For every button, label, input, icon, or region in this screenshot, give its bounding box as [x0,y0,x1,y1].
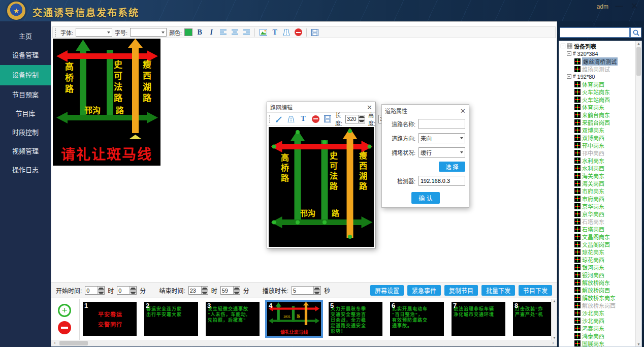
end-hour-stepper[interactable] [188,286,208,295]
tree-device-row[interactable]: 螺丝湾桥测试 [559,57,635,65]
add-program-icon[interactable]: + [58,304,71,317]
program-thumbnail[interactable]: 8 打击改装“炸严查严处“机 [513,302,552,336]
scroll-right-icon[interactable]: › [550,340,557,346]
program-thumbnail[interactable]: 2 春运安全连万家出行平安靠大家 [144,302,198,336]
tree-device-row[interactable]: 市府岗东 [559,187,635,195]
sidebar-item[interactable]: 时段控制 [0,123,51,142]
tree-group-row[interactable]: − # 320*384 [559,50,635,57]
tree-root-row[interactable]: − 设备列表 [559,42,635,50]
tree-device-row[interactable]: 鸿泰岗东 [559,324,635,332]
minimize-icon[interactable]: — [613,0,626,13]
step-up-icon[interactable] [130,287,136,290]
detector-input[interactable] [421,178,463,184]
tree-device-row[interactable]: 来鹤台岗东 [559,111,635,118]
step-down-icon[interactable] [98,290,104,294]
dialog-titlebar[interactable]: 路网编辑 ✕ [267,102,375,112]
step-down-icon[interactable] [359,119,365,123]
tree-device-row[interactable]: 双博岗西 [559,134,635,141]
scroll-left-icon[interactable]: ‹ [51,340,58,346]
sidebar-item[interactable]: 主页 [0,27,51,46]
tree-device-row[interactable]: 双博岗东 [559,126,635,134]
tree-device-row[interactable]: 来鹤台岗西 [559,118,635,126]
road-tool-button[interactable] [286,114,296,123]
tree-device-row[interactable]: 沙北岗西 [559,317,635,324]
horizontal-scrollbar[interactable]: ‹ › [51,340,557,346]
step-up-icon[interactable] [202,287,208,290]
detector-field[interactable] [418,176,465,186]
action-button[interactable]: 复制节目 [444,285,478,296]
tree-device-row[interactable]: 京华岗东 [559,202,635,210]
road-direction-select[interactable]: 来向 [418,133,465,143]
select-detector-button[interactable]: 选 择 [439,162,465,172]
tree-device-row[interactable]: 海关岗西 [559,179,635,187]
program-thumbnail[interactable]: 3 发生轻微交通事故“人未伤，车能动,先拍照，后撤离” [206,302,260,336]
strip-scrollbar[interactable]: ▲▼ [551,299,557,340]
line-tool-button[interactable] [274,114,283,123]
save-button[interactable] [323,114,332,123]
step-up-icon[interactable] [314,287,320,290]
tree-device-row[interactable]: 解放桥东岗西 [559,301,635,309]
italic-button[interactable]: I [207,28,216,37]
align-right-button[interactable] [242,28,251,37]
road-name-input[interactable] [421,121,463,127]
bold-button[interactable]: B [195,28,204,37]
tree-device-row[interactable]: 鸿泰岗西 [559,332,635,339]
start-minute-input[interactable] [117,287,130,294]
length-input[interactable] [346,115,358,123]
device-search-button[interactable] [630,27,641,38]
font-select[interactable] [76,28,112,37]
program-thumbnail[interactable]: 7 依法治理非标车辆净化城市交通环境 [452,302,505,336]
duration-input[interactable] [292,287,313,294]
tree-device-row[interactable]: 体育岗西 [559,80,635,88]
tree-device-row[interactable]: 火车站岗东 [559,88,635,96]
close-icon[interactable]: ✕ [628,0,641,13]
tree-device-row[interactable]: 国展岗东 [559,339,635,347]
program-thumbnail[interactable]: 5 大力开展秋冬季交通安全整治百日会战，全力稳定道路交通安全形势！ [329,302,382,336]
start-hour-stepper[interactable] [85,286,105,295]
scrollbar-thumb[interactable] [59,341,88,345]
tree-device-row[interactable]: 琼花岗东 [559,248,635,256]
tree-device-row[interactable]: 沙北岗东 [559,309,635,317]
tree-device-row[interactable]: 邗中岗东 [559,141,635,149]
end-hour-input[interactable] [189,287,201,294]
remove-program-icon[interactable] [58,321,71,334]
editor-canvas[interactable]: 高桥路 史可法路 瘦西湖路 邗沟 路 [269,127,374,247]
sidebar-item[interactable]: 操作日志 [0,161,51,179]
collapse-icon[interactable]: − [561,44,565,48]
tree-scrollbar[interactable]: ▲▼ [635,41,641,346]
road-label-right[interactable]: 瘦西湖路 [358,151,366,192]
text-tool-button[interactable]: T [270,28,279,37]
tree-device-row[interactable]: 解放桥岗东 [559,278,635,286]
tree-device-row[interactable]: 文昌阁岗西 [559,240,635,248]
road-name-field[interactable] [418,119,465,129]
tree-device-row[interactable]: 京华岗西 [559,210,635,217]
length-stepper[interactable] [345,115,365,123]
step-up-icon[interactable] [359,115,365,119]
duration-stepper[interactable] [292,286,321,295]
sidebar-item[interactable]: 节目库 [0,105,51,123]
sidebar-item[interactable]: 设备管理 [0,46,51,65]
road-label-bottom-1[interactable]: 邗沟 [300,207,315,218]
end-minute-input[interactable] [221,287,233,294]
step-down-icon[interactable] [130,290,136,294]
sign-preview-panel[interactable]: 高桥路 史可法路 瘦西湖路 邗沟 路 请礼让斑马线 [53,39,160,166]
tree-device-row[interactable]: 火车站岗西 [559,96,635,103]
action-button[interactable]: 屏幕设置 [370,285,404,296]
align-left-button[interactable] [218,28,228,37]
insert-image-button[interactable] [259,28,268,37]
roadnet-tool-button[interactable] [282,28,291,37]
action-button[interactable]: 批量下发 [481,285,515,296]
text-tool-button[interactable]: T [299,114,308,123]
program-thumbnail[interactable]: 4 1831路 请礼让斑马线 [267,302,321,336]
tree-device-row[interactable]: 体育岗东 [559,103,635,111]
tree-device-row[interactable]: 石塔岗西 [559,225,635,233]
size-select[interactable] [130,28,167,37]
delete-tool-button[interactable] [311,114,320,123]
tree-device-row[interactable]: 琼花岗西 [559,256,635,263]
tree-device-row[interactable]: 解放桥东岗东 [559,294,635,301]
tree-device-row[interactable]: 银河岗西 [559,271,635,278]
color-swatch[interactable] [184,28,192,36]
tree-device-row[interactable]: 海关岗东 [559,172,635,179]
tree-device-row[interactable]: 银河岗东 [559,263,635,271]
step-down-icon[interactable] [202,290,208,294]
